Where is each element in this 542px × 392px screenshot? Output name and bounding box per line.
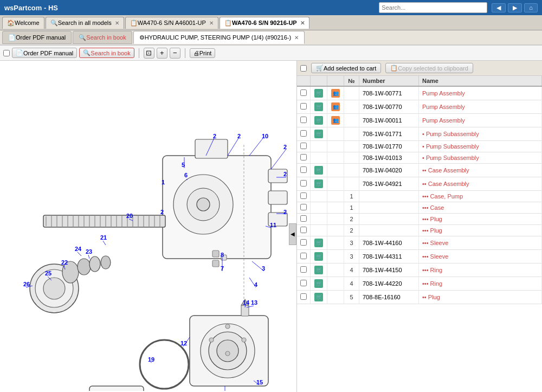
table-row[interactable]: 🛒708-1W-01771• Pump Subassembly [297, 127, 542, 141]
table-row[interactable]: 1••• Case, Pump [297, 191, 542, 202]
table-row[interactable]: 🛒3708-1W-44311••• Sleeve [297, 250, 542, 264]
table-row[interactable]: 1••• Case [297, 202, 542, 214]
group-icon[interactable]: 👥 [331, 116, 340, 125]
row-checkbox[interactable] [300, 239, 307, 246]
tab2-search-book[interactable]: 🔍 Search in book [73, 31, 132, 44]
tab2-order-pdf-icon: 📄 [8, 34, 16, 41]
diagram-area[interactable]: 2 2 10 2 2 2 1 2 5 6 3 4 7 8 11 12 13 14… [0, 61, 296, 392]
row-checkbox[interactable] [300, 280, 307, 286]
nav-back-button[interactable]: ◀ [492, 3, 506, 12]
row-checkbox[interactable] [300, 253, 307, 259]
add-to-cart-button[interactable]: 🛒 Add selected to cart [311, 63, 381, 73]
row-number: 708-1W-00771 [359, 86, 419, 100]
group-icon[interactable]: 👥 [331, 89, 340, 98]
row-checkbox[interactable] [300, 103, 307, 110]
tab-wa470-90216[interactable]: 📋 WA470-6 S/N 90216-UP ✕ [220, 17, 309, 29]
diag-num-12: 12 [180, 340, 187, 346]
table-row[interactable]: 708-1W-01013• Pump Subassembly [297, 152, 542, 164]
tab-search-all-close[interactable]: ✕ [115, 20, 119, 26]
row-number: 708-1W-00770 [359, 100, 419, 114]
print-icon: 🖨 [193, 50, 199, 56]
nav-forward-button[interactable]: ▶ [508, 3, 522, 12]
zoom-out-button[interactable]: − [170, 48, 180, 59]
svg-point-34 [43, 278, 65, 299]
cart-icon[interactable]: 🛒 [314, 130, 323, 138]
row-checkbox[interactable] [300, 266, 307, 273]
cart-icon[interactable]: 🛒 [314, 179, 323, 188]
row-checkbox[interactable] [300, 143, 307, 149]
row-number [359, 225, 419, 236]
tab-wa470-90216-close[interactable]: ✕ [300, 20, 305, 26]
nav-home-button[interactable]: ⌂ [524, 3, 538, 12]
tab2-search-book-icon: 🔍 [79, 34, 86, 41]
row-no [344, 152, 359, 164]
row-name: ••• Plug [419, 225, 542, 236]
table-row[interactable]: 🛒4708-1W-44220••• Ring [297, 277, 542, 291]
copy-to-clipboard-button[interactable]: 📋 Copy selected to clipboard [385, 63, 473, 73]
parts-table: № Number Name 🛒👥708-1W-00771Pump Assembl… [297, 76, 542, 304]
row-checkbox[interactable] [300, 215, 307, 222]
table-row[interactable]: 🛒4708-1W-44150••• Ring [297, 264, 542, 277]
diag-num-2b: 2 [237, 133, 241, 139]
diag-num-2a: 2 [213, 133, 216, 139]
diag-num-25: 25 [45, 270, 51, 277]
cart-icon[interactable]: 🛒 [314, 166, 323, 175]
row-no [344, 141, 359, 152]
cart-icon[interactable]: 🛒 [314, 116, 323, 125]
table-row[interactable]: 🛒3708-1W-44160••• Sleeve [297, 236, 542, 250]
cart-icon[interactable]: 🛒 [314, 279, 323, 288]
tab-wa470-a46001-close[interactable]: ✕ [209, 20, 214, 26]
cart-icon[interactable]: 🛒 [314, 266, 323, 274]
tab-search-all[interactable]: 🔍 Search in all models ✕ [46, 17, 124, 29]
toolbar-checkbox[interactable] [3, 50, 10, 56]
row-number: 708-1W-01771 [359, 127, 419, 141]
cart-icon[interactable]: 🛒 [314, 293, 323, 301]
table-row[interactable]: 🛒👥708-1W-00011Pump Assembly [297, 114, 542, 127]
cart-icon[interactable]: 🛒 [314, 252, 323, 261]
cart-icon[interactable]: 🛒 [314, 102, 323, 111]
print-button[interactable]: 🖨 Print [190, 48, 216, 58]
parts-table-container[interactable]: № Number Name 🛒👥708-1W-00771Pump Assembl… [297, 76, 542, 392]
search-input[interactable] [379, 2, 487, 13]
cart-icon[interactable]: 🛒 [314, 239, 323, 247]
table-row[interactable]: 🛒👥708-1W-00771Pump Assembly [297, 86, 542, 100]
row-checkbox[interactable] [300, 130, 307, 137]
tab-welcome-icon: 🏠 [7, 20, 15, 27]
zoom-fit-button[interactable]: ⊡ [144, 48, 154, 59]
row-name: ••• Case, Pump [419, 191, 542, 202]
cart-icon[interactable]: 🛒 [314, 89, 323, 98]
row-number: 708-1W-44160 [359, 236, 419, 250]
table-row[interactable]: 🛒708-1W-04020•• Case Assembly [297, 164, 542, 177]
parts-toolbar: 🛒 Add selected to cart 📋 Copy selected t… [297, 61, 542, 76]
tab-welcome[interactable]: 🏠 Welcome [2, 17, 44, 29]
row-checkbox[interactable] [300, 227, 307, 233]
table-row[interactable]: 2••• Plug [297, 225, 542, 236]
row-checkbox[interactable] [300, 204, 307, 210]
table-row[interactable]: 🛒708-1W-04921•• Case Assembly [297, 177, 542, 191]
row-checkbox[interactable] [300, 293, 307, 300]
parts-select-all-checkbox[interactable] [300, 65, 307, 72]
row-checkbox[interactable] [300, 166, 307, 173]
group-icon[interactable]: 👥 [331, 102, 340, 111]
row-checkbox[interactable] [300, 180, 307, 187]
table-row[interactable]: 708-1W-01770• Pump Subassembly [297, 141, 542, 152]
zoom-in-button[interactable]: + [157, 48, 167, 59]
row-name: ••• Sleeve [419, 250, 542, 264]
row-number: 708-1W-01770 [359, 141, 419, 152]
search-in-book-button[interactable]: 🔍 Search in book [79, 48, 134, 58]
tab2-hydraulic-pump-close[interactable]: ✕ [294, 35, 299, 41]
table-row[interactable]: 🛒👥708-1W-00770Pump Assembly [297, 100, 542, 114]
table-row[interactable]: 🛒5708-8E-16160•• Plug [297, 291, 542, 304]
row-number: 708-8E-16160 [359, 291, 419, 304]
tab2-order-pdf[interactable]: 📄 Order PDF manual [2, 31, 72, 44]
tab-wa470-a46001[interactable]: 📋 WA470-6 S/N A46001-UP ✕ [125, 17, 218, 29]
parts-table-body: 🛒👥708-1W-00771Pump Assembly🛒👥708-1W-0077… [297, 86, 542, 304]
row-checkbox[interactable] [300, 89, 307, 96]
row-checkbox[interactable] [300, 192, 307, 199]
row-checkbox[interactable] [300, 154, 307, 160]
table-row[interactable]: 2••• Plug [297, 214, 542, 225]
panel-collapse-button[interactable]: ◀ [289, 223, 296, 245]
order-pdf-button[interactable]: 📄 Order PDF manual [12, 48, 77, 58]
tab2-hydraulic-pump[interactable]: ⚙ HYDRAULIC PUMP, STEERING PUMP (1/4) (#… [133, 31, 305, 44]
row-checkbox[interactable] [300, 117, 307, 123]
